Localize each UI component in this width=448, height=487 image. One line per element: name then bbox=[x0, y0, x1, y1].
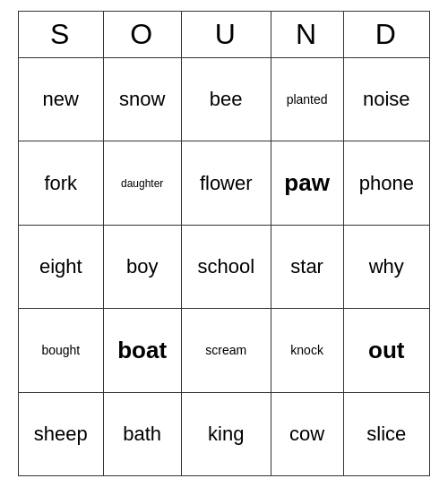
cell-3-1: boat bbox=[103, 309, 181, 392]
header-cell: D bbox=[343, 12, 429, 58]
cell-4-1: bath bbox=[103, 392, 181, 475]
cell-4-3: cow bbox=[271, 392, 343, 475]
table-row: boughtboatscreamknockout bbox=[19, 309, 430, 392]
table-row: newsnowbeeplantednoise bbox=[19, 58, 430, 141]
cell-2-2: school bbox=[181, 225, 271, 308]
table-row: eightboyschoolstarwhy bbox=[19, 225, 430, 308]
cell-0-4: noise bbox=[343, 58, 429, 141]
cell-0-0: new bbox=[19, 58, 104, 141]
cell-4-0: sheep bbox=[19, 392, 104, 475]
cell-0-1: snow bbox=[103, 58, 181, 141]
cell-0-3: planted bbox=[271, 58, 343, 141]
bingo-table: SOUND newsnowbeeplantednoiseforkdaughter… bbox=[18, 11, 430, 476]
cell-3-4: out bbox=[343, 309, 429, 392]
cell-4-2: king bbox=[181, 392, 271, 475]
header-cell: S bbox=[19, 12, 104, 58]
header-cell: O bbox=[103, 12, 181, 58]
cell-1-2: flower bbox=[181, 141, 271, 225]
cell-1-3: paw bbox=[271, 141, 343, 225]
cell-2-3: star bbox=[271, 225, 343, 308]
bingo-card: SOUND newsnowbeeplantednoiseforkdaughter… bbox=[18, 11, 430, 476]
header-cell: N bbox=[271, 12, 343, 58]
cell-0-2: bee bbox=[181, 58, 271, 141]
cell-1-4: phone bbox=[343, 141, 429, 225]
cell-2-1: boy bbox=[103, 225, 181, 308]
cell-3-2: scream bbox=[181, 309, 271, 392]
table-row: forkdaughterflowerpawphone bbox=[19, 141, 430, 225]
cell-2-4: why bbox=[343, 225, 429, 308]
header-row: SOUND bbox=[19, 12, 430, 58]
cell-1-1: daughter bbox=[103, 141, 181, 225]
cell-1-0: fork bbox=[19, 141, 104, 225]
table-row: sheepbathkingcowslice bbox=[19, 392, 430, 475]
cell-4-4: slice bbox=[343, 392, 429, 475]
cell-2-0: eight bbox=[19, 225, 104, 308]
cell-3-3: knock bbox=[271, 309, 343, 392]
header-cell: U bbox=[181, 12, 271, 58]
cell-3-0: bought bbox=[19, 309, 104, 392]
